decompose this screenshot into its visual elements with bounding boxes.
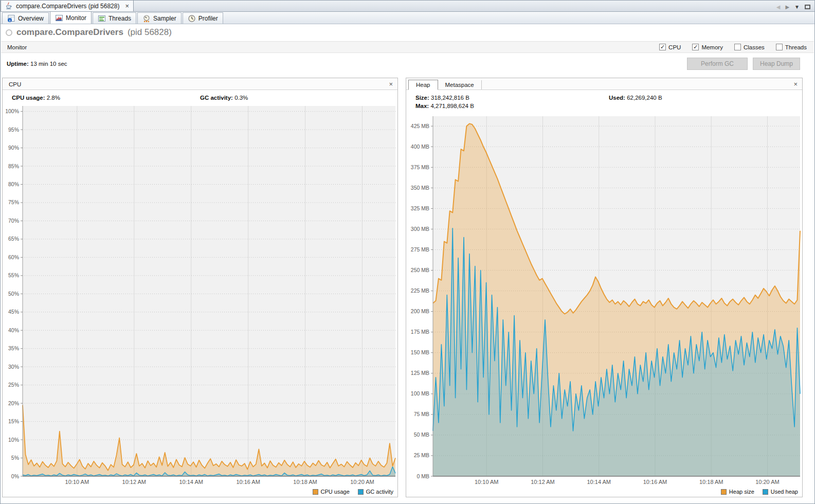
tab-list-icon[interactable]: ▼: [794, 4, 800, 10]
cpu-usage-label: CPU usage:: [12, 95, 45, 101]
app-status-icon: [6, 29, 12, 36]
svg-text:50%: 50%: [8, 291, 19, 297]
legend-label: GC activity: [366, 489, 393, 495]
tab-profiler[interactable]: Profiler: [183, 12, 223, 24]
svg-text:0 MB: 0 MB: [416, 473, 429, 479]
checkbox-threads[interactable]: Threads: [776, 44, 807, 50]
cpu-panel-header: CPU ×: [3, 78, 397, 90]
cpu-panel-title: CPU: [3, 79, 27, 89]
svg-text:75 MB: 75 MB: [414, 411, 429, 417]
checkbox-threads-box[interactable]: [776, 44, 783, 50]
svg-text:10:20 AM: 10:20 AM: [755, 479, 779, 485]
svg-text:90%: 90%: [8, 145, 19, 151]
svg-text:0%: 0%: [11, 473, 19, 479]
heap-dump-button[interactable]: Heap Dump: [753, 58, 800, 70]
heap-size-swatch: [721, 489, 727, 495]
cpu-usage-stat: CPU usage: 2.8%: [12, 95, 60, 101]
checkbox-memory-box[interactable]: ✓: [692, 44, 699, 50]
metric-checkboxes: ✓ CPU ✓ Memory Classes Threads: [659, 44, 807, 50]
tab-threads[interactable]: Threads: [93, 12, 136, 24]
svg-text:100%: 100%: [5, 108, 19, 114]
heap-max-value: 4,271,898,624 B: [430, 103, 474, 109]
perform-gc-button[interactable]: Perform GC: [687, 58, 748, 70]
heap-size-label: Size:: [415, 95, 429, 101]
cpu-panel: CPU × CPU usage: 2.8% GC activity: 0.3% …: [2, 78, 398, 497]
app-pid: (pid 56828): [128, 27, 172, 38]
svg-text:25 MB: 25 MB: [414, 452, 429, 458]
svg-text:55%: 55%: [8, 272, 19, 278]
tab-metaspace[interactable]: Metaspace: [438, 80, 482, 89]
used-heap-swatch: [763, 489, 768, 495]
svg-text:50 MB: 50 MB: [414, 431, 429, 438]
heap-max-label: Max:: [415, 103, 429, 109]
monitor-section-bar: Monitor ✓ CPU ✓ Memory Classes Threads: [1, 41, 814, 53]
svg-text:30%: 30%: [8, 364, 19, 370]
document-tab-label: compare.CompareDrivers (pid 56828): [16, 3, 119, 10]
svg-text:80%: 80%: [8, 181, 19, 187]
heap-stats: Size: 318,242,816 B Used: 62,269,240 B M…: [406, 90, 802, 113]
legend-label: Heap size: [729, 489, 754, 495]
tab-heap[interactable]: Heap: [408, 80, 438, 90]
tab-label: Monitor: [66, 14, 86, 22]
document-tab-strip: compare.CompareDrivers (pid 56828) × ◀ ▶…: [1, 1, 814, 12]
svg-text:425 MB: 425 MB: [411, 123, 429, 129]
legend-gc-activity: GC activity: [358, 489, 393, 495]
cpu-usage-value: 2.8%: [47, 95, 60, 101]
checkbox-label: Memory: [701, 44, 723, 50]
svg-text:45%: 45%: [8, 309, 19, 315]
heap-panel: Heap Metaspace × Size: 318,242,816 B Use…: [406, 78, 803, 497]
svg-text:10:18 AM: 10:18 AM: [699, 479, 723, 485]
checkbox-memory[interactable]: ✓ Memory: [692, 44, 723, 50]
tab-label: Threads: [108, 15, 131, 22]
checkbox-classes[interactable]: Classes: [734, 44, 765, 50]
svg-text:300 MB: 300 MB: [411, 226, 429, 232]
heap-max-stat: Max: 4,271,898,624 B: [415, 103, 474, 109]
close-icon[interactable]: ×: [125, 3, 129, 9]
tab-sampler[interactable]: Sampler: [137, 12, 182, 24]
tab-label: Profiler: [198, 15, 218, 22]
legend-label: CPU usage: [321, 489, 350, 495]
visualvm-window: compare.CompareDrivers (pid 56828) × ◀ ▶…: [0, 0, 815, 504]
maximize-icon[interactable]: [805, 5, 810, 9]
checkbox-cpu[interactable]: ✓ CPU: [659, 44, 681, 50]
gc-activity-stat: GC activity: 0.3%: [200, 95, 248, 101]
svg-text:275 MB: 275 MB: [411, 246, 429, 253]
tab-monitor[interactable]: Monitor: [50, 11, 92, 24]
checkbox-classes-box[interactable]: [734, 44, 741, 50]
threads-icon: [98, 14, 106, 23]
profiler-icon: [188, 14, 196, 23]
monitor-panels: CPU × CPU usage: 2.8% GC activity: 0.3% …: [2, 78, 803, 497]
document-tab[interactable]: compare.CompareDrivers (pid 56828) ×: [1, 0, 134, 11]
page-title: compare.CompareDrivers (pid 56828): [6, 25, 809, 40]
cpu-chart: 10:10 AM10:12 AM10:14 AM10:16 AM10:18 AM…: [3, 103, 397, 487]
close-icon[interactable]: ×: [793, 81, 802, 89]
tab-label: Sampler: [153, 15, 176, 22]
uptime-value: 13 min 10 sec: [30, 61, 67, 67]
svg-text:25%: 25%: [8, 382, 19, 388]
heap-used-value: 62,269,240 B: [627, 95, 662, 101]
svg-text:10%: 10%: [8, 437, 19, 443]
svg-text:5%: 5%: [11, 455, 19, 461]
heap-stats-row-1: Size: 318,242,816 B Used: 62,269,240 B: [415, 95, 802, 101]
svg-text:100 MB: 100 MB: [411, 390, 429, 397]
nav-forward-icon[interactable]: ▶: [785, 4, 789, 10]
tab-strip-controls: ◀ ▶ ▼: [776, 4, 814, 11]
svg-text:10:12 AM: 10:12 AM: [531, 479, 554, 485]
svg-text:125 MB: 125 MB: [411, 370, 429, 376]
svg-text:10:18 AM: 10:18 AM: [293, 479, 317, 485]
checkbox-label: CPU: [668, 44, 681, 50]
svg-text:35%: 35%: [8, 345, 19, 351]
close-icon[interactable]: ×: [389, 81, 397, 89]
svg-text:225 MB: 225 MB: [411, 287, 429, 294]
sampler-icon: [142, 14, 151, 23]
svg-text:40%: 40%: [8, 327, 19, 333]
svg-text:10:16 AM: 10:16 AM: [643, 479, 667, 485]
tab-overview[interactable]: i Overview: [2, 12, 49, 24]
svg-text:375 MB: 375 MB: [411, 164, 429, 170]
heap-stats-row-2: Max: 4,271,898,624 B: [415, 103, 802, 109]
svg-text:10:20 AM: 10:20 AM: [350, 479, 374, 485]
heap-size-stat: Size: 318,242,816 B: [415, 95, 469, 101]
nav-back-icon[interactable]: ◀: [776, 4, 781, 10]
heap-used-stat: Used: 62,269,240 B: [609, 95, 662, 101]
checkbox-cpu-box[interactable]: ✓: [659, 44, 666, 50]
